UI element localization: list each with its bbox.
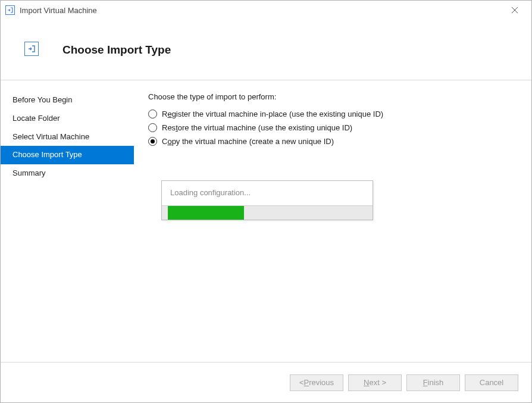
loading-progress-dialog: Loading configuration... (161, 180, 373, 220)
page-title: Choose Import Type (62, 43, 171, 57)
radio-icon (148, 123, 157, 132)
radio-icon (148, 137, 157, 146)
titlebar: Import Virtual Machine (1, 1, 531, 20)
radio-label: Restore the virtual machine (use the exi… (162, 123, 352, 132)
previous-button[interactable]: < Previous (290, 374, 343, 391)
radio-label: Copy the virtual machine (create a new u… (162, 137, 334, 146)
progress-fill (168, 206, 244, 220)
step-select-virtual-machine[interactable]: Select Virtual Machine (1, 128, 134, 146)
option-copy[interactable]: Copy the virtual machine (create a new u… (148, 137, 517, 146)
progress-bar (162, 205, 373, 220)
radio-label: Register the virtual machine in-place (u… (162, 110, 383, 118)
step-choose-import-type[interactable]: Choose Import Type (1, 146, 134, 164)
instruction-text: Choose the type of import to perform: (148, 92, 517, 101)
step-locate-folder[interactable]: Locate Folder (1, 110, 134, 128)
radio-icon (148, 110, 157, 118)
wizard-footer: < Previous Next > Finish Cancel (1, 362, 531, 402)
loading-text: Loading configuration... (162, 181, 373, 205)
wizard-steps-sidebar: Before You Begin Locate Folder Select Vi… (1, 80, 134, 362)
next-button[interactable]: Next > (348, 374, 402, 391)
wizard-content: Choose the type of import to perform: Re… (134, 80, 531, 362)
wizard-header: Choose Import Type (1, 20, 531, 80)
import-icon (24, 42, 39, 56)
option-restore[interactable]: Restore the virtual machine (use the exi… (148, 123, 517, 132)
cancel-button[interactable]: Cancel (465, 374, 518, 391)
close-button[interactable] (503, 2, 527, 18)
window-title: Import Virtual Machine (20, 6, 503, 15)
finish-button[interactable]: Finish (406, 374, 460, 391)
option-register-in-place[interactable]: Register the virtual machine in-place (u… (148, 110, 517, 118)
import-icon (5, 5, 15, 15)
wizard-body: Before You Begin Locate Folder Select Vi… (1, 80, 531, 362)
step-summary[interactable]: Summary (1, 164, 134, 183)
wizard-window: Import Virtual Machine Choose Import Typ… (0, 0, 532, 403)
step-before-you-begin[interactable]: Before You Begin (1, 91, 134, 110)
import-type-group: Register the virtual machine in-place (u… (148, 110, 517, 146)
